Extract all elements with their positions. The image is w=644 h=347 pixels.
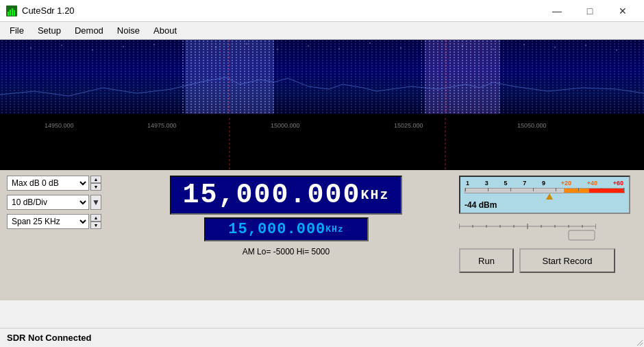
meter-9: 9: [542, 180, 545, 187]
svg-rect-53: [569, 230, 595, 240]
svg-point-25: [369, 43, 371, 44]
window-controls: — □ ✕: [541, 0, 639, 22]
am-info: AM Lo= -5000 Hi= 5000: [243, 247, 330, 256]
meter-20: +20: [561, 180, 571, 187]
svg-point-28: [493, 49, 494, 50]
signal-meter: 1 3 5 7 9 +20 +40 +60: [459, 176, 630, 214]
minimize-button[interactable]: —: [541, 0, 573, 22]
meter-needle: [546, 193, 553, 200]
record-button[interactable]: Start Record: [519, 248, 615, 273]
spectrum-svg: 14950.000 14975.000 15000.000 15025.000 …: [0, 40, 644, 170]
meter-ticks: [465, 188, 625, 195]
svg-rect-13: [182, 40, 274, 114]
meter-40: +40: [587, 180, 597, 187]
meter-bar-area: [465, 188, 625, 199]
svg-point-31: [585, 45, 586, 46]
resize-grip[interactable]: [633, 336, 644, 347]
svg-line-55: [640, 343, 643, 346]
svg-point-17: [92, 49, 93, 51]
menu-noise[interactable]: Noise: [110, 24, 147, 37]
meter-7: 7: [523, 180, 526, 187]
span-spinner[interactable]: ▲ ▼: [90, 214, 101, 229]
window-title: CuteSdr 1.20: [22, 5, 75, 16]
svg-text:15025.000: 15025.000: [394, 122, 423, 129]
slider-area: [459, 221, 637, 241]
meter-scale: 1 3 5 7 9 +20 +40 +60: [465, 180, 625, 187]
title-left: CuteSdr 1.20: [5, 5, 75, 17]
svg-point-19: [153, 44, 155, 45]
svg-text:14950.000: 14950.000: [45, 122, 74, 129]
menu-setup[interactable]: Setup: [31, 24, 68, 37]
svg-point-23: [308, 45, 309, 47]
left-panel: Max dB 0 dB Max dB -10 dB Max dB 10 dB ▲…: [7, 176, 113, 229]
svg-text:14975.000: 14975.000: [147, 122, 177, 129]
run-button[interactable]: Run: [459, 248, 514, 273]
svg-rect-1: [8, 12, 9, 16]
svg-text:15000.000: 15000.000: [271, 122, 300, 129]
span-select[interactable]: Span 25 KHz Span 50 KHz Span 100 KHz Spa…: [7, 214, 89, 229]
menu-demod[interactable]: Demod: [68, 24, 110, 37]
menu-about[interactable]: About: [147, 24, 184, 37]
svg-rect-9: [0, 115, 644, 170]
span-down[interactable]: ▼: [90, 222, 101, 229]
close-button[interactable]: ✕: [607, 0, 639, 22]
svg-point-22: [277, 49, 278, 50]
svg-text:15050.000: 15050.000: [517, 122, 547, 129]
meter-60: +60: [613, 180, 623, 187]
svg-rect-40: [0, 114, 644, 117]
svg-rect-14: [421, 40, 500, 114]
svg-point-24: [338, 48, 340, 49]
meter-5: 5: [504, 180, 507, 187]
max-db-row: Max dB 0 dB Max dB -10 dB Max dB 10 dB ▲…: [7, 176, 113, 191]
meter-1: 1: [466, 180, 469, 187]
meter-3: 3: [485, 180, 488, 187]
svg-rect-2: [10, 10, 11, 16]
db-div-dropdown[interactable]: ▼: [90, 195, 101, 210]
spectrum-display[interactable]: 14950.000 14975.000 15000.000 15025.000 …: [0, 40, 644, 170]
svg-point-20: [215, 47, 216, 48]
menu-file[interactable]: File: [3, 24, 31, 37]
center-panel: 15,000.000KHz 15,000.000KHz AM Lo= -5000…: [119, 176, 454, 256]
freq-small-unit: KHz: [325, 224, 343, 235]
svg-point-15: [30, 47, 32, 49]
freq-large-value: 15,000.000: [182, 180, 360, 211]
max-db-up[interactable]: ▲: [90, 176, 101, 183]
freq-large-unit: KHz: [361, 187, 390, 203]
svg-rect-3: [12, 8, 13, 16]
svg-point-26: [400, 47, 401, 49]
meter-dbm: -44 dBm: [465, 200, 625, 210]
span-row: Span 25 KHz Span 50 KHz Span 100 KHz Spa…: [7, 214, 113, 229]
max-db-down[interactable]: ▼: [90, 183, 101, 191]
freq-display-large[interactable]: 15,000.000KHz: [170, 176, 401, 215]
resize-icon: [634, 337, 643, 346]
menu-bar: File Setup Demod Noise About: [0, 22, 644, 40]
svg-point-27: [462, 45, 463, 47]
max-db-spinner[interactable]: ▲ ▼: [90, 176, 101, 191]
tick-marks: [459, 221, 596, 241]
status-text: SDR Not Connected: [7, 333, 92, 343]
span-up[interactable]: ▲: [90, 214, 101, 222]
svg-point-21: [246, 43, 247, 45]
slider-ticks-svg: [459, 221, 596, 241]
svg-point-16: [61, 45, 62, 46]
title-bar: CuteSdr 1.20 — □ ✕: [0, 0, 644, 22]
right-panel: 1 3 5 7 9 +20 +40 +60: [459, 176, 637, 273]
controls-area: Max dB 0 dB Max dB -10 dB Max dB 10 dB ▲…: [0, 170, 644, 300]
svg-point-18: [123, 46, 124, 47]
svg-rect-4: [14, 10, 15, 16]
max-db-select[interactable]: Max dB 0 dB Max dB -10 dB Max dB 10 dB: [7, 176, 89, 191]
svg-line-54: [637, 340, 643, 346]
freq-small-value: 15,000.000: [228, 221, 325, 238]
svg-rect-12: [0, 40, 644, 114]
svg-point-32: [616, 49, 617, 51]
db-div-select[interactable]: 10 dB/Div 5 dB/Div 20 dB/Div: [7, 195, 89, 210]
freq-display-small[interactable]: 15,000.000KHz: [204, 217, 369, 241]
buttons-row: Run Start Record: [459, 248, 637, 273]
db-div-row: 10 dB/Div 5 dB/Div 20 dB/Div ▼: [7, 195, 113, 210]
maximize-button[interactable]: □: [574, 0, 606, 22]
svg-point-29: [523, 44, 525, 45]
app-icon: [5, 5, 18, 17]
status-bar: SDR Not Connected: [0, 328, 644, 347]
svg-point-30: [554, 47, 556, 48]
